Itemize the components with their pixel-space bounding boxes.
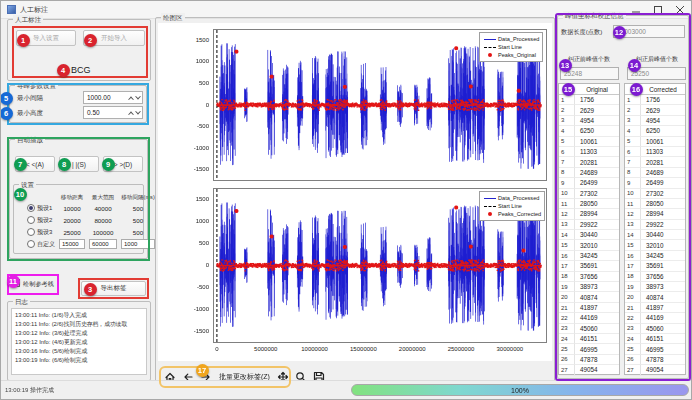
row-index: 8 (625, 168, 641, 178)
peak-table-row[interactable]: 1634245 (559, 251, 619, 261)
preset-row: 预设22000080000500 (27, 214, 145, 226)
peak-table-row[interactable]: 1228994 (625, 209, 685, 219)
peak-table-row[interactable]: 1430440 (625, 230, 685, 240)
peak-value: 10061 (641, 137, 685, 147)
peak-table-row[interactable]: 2141897 (625, 303, 685, 313)
spin-up-icon[interactable] (128, 96, 134, 102)
peak-table-row[interactable]: 1329922 (625, 220, 685, 230)
row-index: 9 (625, 178, 641, 188)
peak-table-row[interactable]: 2647878 (559, 355, 619, 365)
peak-value: 47878 (575, 355, 619, 365)
corrected-peaks-table: Corrected 117562262934954462505100616113… (624, 83, 686, 375)
peak-value: 28050 (641, 199, 685, 209)
app-window: 人工标注 人工标注 导入设置 开始导入 BCG 寻峰参数设置 最小间隔 1000… (0, 0, 692, 400)
row-index: 25 (559, 344, 575, 354)
peak-table-row[interactable]: 2244169 (559, 313, 619, 323)
reference-line-label: 绘制参考线 (23, 280, 54, 289)
peak-table-row[interactable]: 34954 (625, 116, 685, 126)
peak-table-row[interactable]: 2345060 (559, 324, 619, 334)
peak-table-row[interactable]: 1837656 (625, 272, 685, 282)
peak-table-row[interactable]: 1128050 (625, 199, 685, 209)
peak-table-row[interactable]: 824689 (559, 168, 619, 178)
peak-table-row[interactable]: 1228994 (559, 209, 619, 219)
peak-table-row[interactable]: 611303 (559, 147, 619, 157)
peak-table-row[interactable]: 1634245 (625, 251, 685, 261)
peak-table-row[interactable]: 46250 (625, 126, 685, 136)
peak-table-row[interactable]: 1938973 (625, 282, 685, 292)
peak-table-row[interactable]: 1430440 (559, 230, 619, 240)
peak-table-row[interactable]: 1837656 (559, 272, 619, 282)
peak-table-row[interactable]: 22629 (559, 105, 619, 115)
peak-table-row[interactable]: 1938973 (559, 282, 619, 292)
row-index: 1 (559, 95, 575, 105)
min-interval-spinbox[interactable]: 1000.00 (83, 91, 143, 104)
custom-value-input[interactable]: 15000 (59, 239, 85, 249)
peak-table-row[interactable]: 2345060 (625, 324, 685, 334)
spin-up-icon[interactable] (128, 111, 134, 117)
row-index: 24 (559, 334, 575, 344)
peak-table-row[interactable]: 1128050 (559, 199, 619, 209)
legend-entry: Start Line (498, 203, 522, 209)
peak-table-row[interactable]: 510061 (625, 137, 685, 147)
peak-table-row[interactable]: 1735691 (625, 261, 685, 271)
peak-table-row[interactable]: 11756 (559, 95, 619, 105)
peak-table-row[interactable]: 1027302 (559, 189, 619, 199)
preset-label: 自定义 (37, 240, 55, 249)
peak-table-row[interactable]: 2546995 (559, 344, 619, 354)
legend-entry: Peaks_Corrected (498, 211, 541, 217)
peak-table-row[interactable]: 2749054 (625, 365, 685, 375)
spin-down-icon[interactable] (135, 93, 141, 99)
peak-table-row[interactable]: 2141897 (559, 303, 619, 313)
peak-table-row[interactable]: 2446151 (559, 334, 619, 344)
y-tick-label: 1500 (179, 196, 209, 203)
peak-table-row[interactable]: 1532010 (625, 240, 685, 250)
peak-table-row[interactable]: 720281 (559, 157, 619, 167)
peak-table-row[interactable]: 720281 (625, 157, 685, 167)
peak-table-row[interactable]: 34954 (559, 116, 619, 126)
peak-table-row[interactable]: 926499 (559, 178, 619, 188)
peak-value: 11303 (575, 147, 619, 157)
x-tick-label: 10000000 (292, 346, 338, 353)
preset-radio[interactable] (27, 204, 35, 212)
peak-value: 38973 (575, 282, 619, 292)
peak-value: 24689 (641, 168, 685, 178)
peak-table-row[interactable]: 2446151 (625, 334, 685, 344)
custom-value-input[interactable]: 60000 (89, 239, 117, 249)
peak-table-row[interactable]: 2040874 (559, 292, 619, 302)
peak-table-row[interactable]: 2749054 (559, 365, 619, 375)
min-height-spinbox[interactable]: 0.50 (83, 106, 143, 119)
peak-table-row[interactable]: 2040874 (625, 292, 685, 302)
row-index: 4 (625, 126, 641, 136)
preset-radio[interactable] (27, 240, 35, 248)
preset-radio[interactable] (27, 216, 35, 224)
log-line: 13:00:19 Info: (6/6)绘制完成 (15, 356, 143, 365)
peak-table-row[interactable]: 1027302 (625, 189, 685, 199)
peak-value: 27302 (641, 189, 685, 199)
peak-table-row[interactable]: 1532010 (559, 240, 619, 250)
peak-table-row[interactable]: 611303 (625, 147, 685, 157)
peak-table-row[interactable]: 1329922 (559, 220, 619, 230)
row-index: 8 (559, 168, 575, 178)
progress-label: 100% (352, 387, 688, 394)
spin-down-icon[interactable] (135, 108, 141, 114)
peak-table-row[interactable]: 2546995 (625, 344, 685, 354)
peak-table-row[interactable]: 11756 (625, 95, 685, 105)
peak-table-row[interactable]: 22629 (625, 105, 685, 115)
row-index: 12 (559, 209, 575, 219)
row-index: 11 (625, 199, 641, 209)
preset-radio[interactable] (27, 228, 35, 236)
peak-table-row[interactable]: 1735691 (559, 261, 619, 271)
peak-table-row[interactable]: 46250 (559, 126, 619, 136)
preset-value: 40000 (87, 205, 119, 212)
peak-table-row[interactable]: 2244169 (625, 313, 685, 323)
y-tick-label: 0 (179, 102, 209, 109)
log-box[interactable]: 13:00:11 Info: (1/6)导入完成13:00:11 Info: (… (11, 308, 147, 375)
peak-value: 32010 (641, 240, 685, 250)
peak-table-row[interactable]: 824689 (625, 168, 685, 178)
preset-label: 预设2 (37, 216, 52, 225)
peak-table-row[interactable]: 2647878 (625, 355, 685, 365)
custom-value-input[interactable]: 1000 (121, 239, 155, 249)
peak-table-row[interactable]: 510061 (559, 137, 619, 147)
after-count-label: 纠正后峰值个数 (636, 55, 678, 64)
peak-table-row[interactable]: 926499 (625, 178, 685, 188)
